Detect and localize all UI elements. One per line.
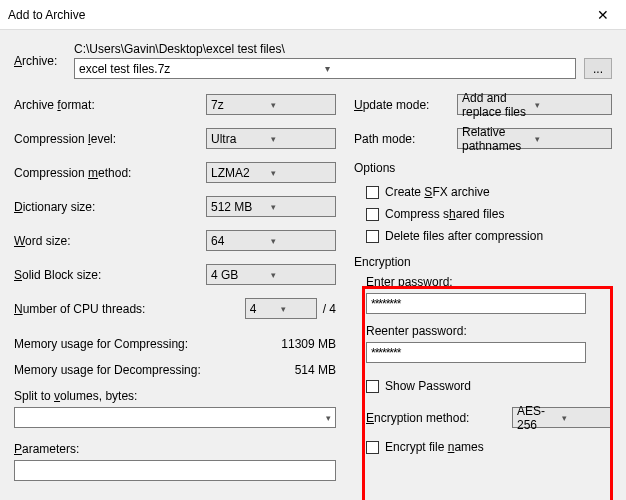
chevron-down-icon: ▾ [271,100,331,110]
compression-method-field: Compression method: LZMA2▾ [14,161,336,184]
window-title: Add to Archive [8,8,580,22]
sfx-checkbox[interactable]: Create SFX archive [366,181,612,203]
chevron-down-icon: ▾ [535,134,608,144]
mem-decompress-label: Memory usage for Decompressing: [14,363,295,383]
archive-path: C:\Users\Gavin\Desktop\excel test files\ [74,42,612,56]
chevron-down-icon: ▾ [271,236,331,246]
cpu-threads-select[interactable]: 4▾ [245,298,317,319]
chevron-down-icon: ▾ [326,413,331,423]
path-mode-select[interactable]: Relative pathnames▾ [457,128,612,149]
encrypt-names-label: Encrypt file names [385,440,484,454]
delete-checkbox[interactable]: Delete files after compression [366,225,612,247]
word-size-field: Word size: 64▾ [14,229,336,252]
path-mode-field: Path mode: Relative pathnames▾ [354,127,612,150]
shared-checkbox[interactable]: Compress shared files [366,203,612,225]
checkbox-icon [366,186,379,199]
dictionary-size-label: Dictionary size: [14,200,206,214]
cpu-threads-max: / 4 [323,302,336,316]
chevron-down-icon: ▾ [562,413,607,423]
parameters-input[interactable] [14,460,336,481]
chevron-down-icon: ▾ [325,63,571,74]
compression-level-field: Compression level: Ultra▾ [14,127,336,150]
encryption-method-select[interactable]: AES-256▾ [512,407,612,428]
sfx-label: Create SFX archive [385,185,490,199]
compression-method-label: Compression method: [14,166,206,180]
close-button[interactable]: ✕ [580,0,626,30]
solid-block-label: Solid Block size: [14,268,206,282]
cpu-threads-field: Number of CPU threads: 4▾ / 4 [14,297,336,320]
word-size-select[interactable]: 64▾ [206,230,336,251]
reenter-password-input[interactable]: ******** [366,342,586,363]
encryption-method-label: Encryption method: [366,411,512,425]
chevron-down-icon: ▾ [271,202,331,212]
chevron-down-icon: ▾ [271,134,331,144]
path-mode-label: Path mode: [354,132,457,146]
reenter-password-label: Reenter password: [366,324,612,338]
encryption-label: Encryption [354,255,612,269]
chevron-down-icon: ▾ [281,304,312,314]
update-mode-label: Update mode: [354,98,457,112]
chevron-down-icon: ▾ [271,168,331,178]
compression-level-label: Compression level: [14,132,206,146]
left-column: Archive format: 7z▾ Compression level: U… [14,93,336,481]
right-column: Update mode: Add and replace files▾ Path… [354,93,612,481]
browse-button[interactable]: ... [584,58,612,79]
shared-label: Compress shared files [385,207,504,221]
mem-compress-label: Memory usage for Compressing: [14,337,281,357]
checkbox-icon [366,441,379,454]
checkbox-icon [366,230,379,243]
solid-block-field: Solid Block size: 4 GB▾ [14,263,336,286]
dictionary-size-select[interactable]: 512 MB▾ [206,196,336,217]
mem-compress-value: 11309 MB [281,337,336,357]
archive-format-field: Archive format: 7z▾ [14,93,336,116]
archive-filename-text: excel test files.7z [79,62,325,76]
delete-label: Delete files after compression [385,229,543,243]
titlebar: Add to Archive ✕ [0,0,626,30]
show-password-label: Show Password [385,379,471,393]
archive-format-select[interactable]: 7z▾ [206,94,336,115]
mem-decompress-value: 514 MB [295,363,336,383]
word-size-label: Word size: [14,234,206,248]
encrypt-names-checkbox[interactable]: Encrypt file names [366,436,612,458]
parameters-label: Parameters: [14,442,336,456]
archive-row: Archive: C:\Users\Gavin\Desktop\excel te… [14,42,612,79]
dictionary-size-field: Dictionary size: 512 MB▾ [14,195,336,218]
cpu-threads-label: Number of CPU threads: [14,302,245,316]
options-label: Options [354,161,612,175]
compression-method-select[interactable]: LZMA2▾ [206,162,336,183]
update-mode-field: Update mode: Add and replace files▾ [354,93,612,116]
compression-level-select[interactable]: Ultra▾ [206,128,336,149]
solid-block-select[interactable]: 4 GB▾ [206,264,336,285]
dialog-content: Archive: C:\Users\Gavin\Desktop\excel te… [0,30,626,500]
mem-compress-row: Memory usage for Compressing: 11309 MB [14,337,336,357]
archive-filename-input[interactable]: excel test files.7z ▾ [74,58,576,79]
enter-password-label: Enter password: [366,275,612,289]
update-mode-select[interactable]: Add and replace files▾ [457,94,612,115]
checkbox-icon [366,380,379,393]
archive-format-label: Archive format: [14,98,206,112]
encryption-method-field: Encryption method: AES-256▾ [366,407,612,428]
chevron-down-icon: ▾ [271,270,331,280]
show-password-checkbox[interactable]: Show Password [366,375,612,397]
mem-decompress-row: Memory usage for Decompressing: 514 MB [14,363,336,383]
archive-label: Archive: [14,54,74,68]
split-volumes-select[interactable]: ▾ [14,407,336,428]
split-volumes-label: Split to volumes, bytes: [14,389,336,403]
chevron-down-icon: ▾ [535,100,608,110]
enter-password-input[interactable]: ******** [366,293,586,314]
checkbox-icon [366,208,379,221]
